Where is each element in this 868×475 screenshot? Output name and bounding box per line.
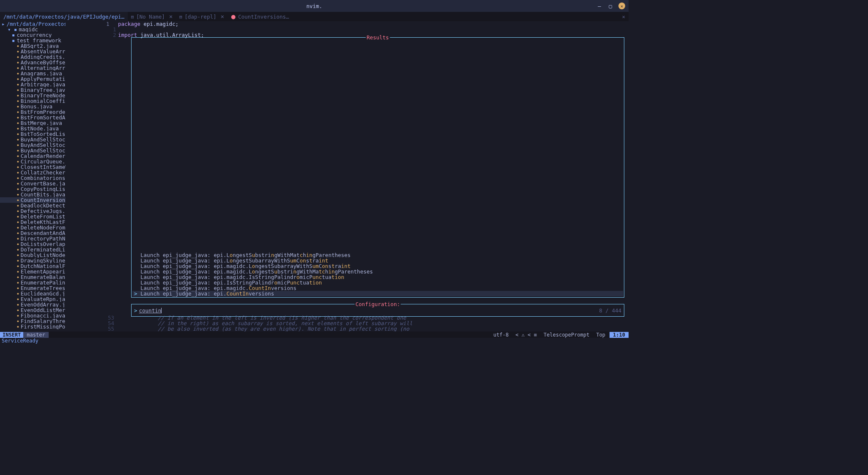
close-icon[interactable]: × — [220, 13, 224, 20]
tree-file[interactable]: ◆AlternatingArray.j — [0, 65, 66, 71]
titlebar: nvim. — ▢ ✕ — [0, 0, 629, 12]
tree-file[interactable]: ◆DescendantAndAnces — [0, 230, 66, 236]
tree-file[interactable]: ◆DoListsOverlap.jav — [0, 241, 66, 247]
result-item[interactable]: Launch epi_judge_java: epi.LongestSubarr… — [132, 258, 623, 263]
tree-root-label: /mnt/data/Proxectos/java/EPIJudge/epi — [7, 21, 66, 27]
java-file-icon: ◆ — [17, 307, 19, 313]
tree-file[interactable]: ◆ElementAppearingOn — [0, 269, 66, 274]
tree-file[interactable]: ◆DeleteFromList.jav — [0, 214, 66, 219]
tree-file[interactable]: ◆DoTerminatedListsO — [0, 247, 66, 252]
tree-file[interactable]: ◆EnumerateBalancedP — [0, 274, 66, 280]
tree-file[interactable]: ◆Arbitrage.java — [0, 82, 66, 87]
telescope-results[interactable]: Results Launch epi_judge_java: epi.Longe… — [131, 37, 624, 298]
tree-file[interactable]: ◆BinaryTreeNode.jav — [0, 93, 66, 98]
tree-file[interactable]: ◆Combinatorions.jav — [0, 175, 66, 181]
tree-file[interactable]: ◆DrawingSkyline.jav — [0, 258, 66, 263]
editor[interactable]: 1 1 2 package epi.magidc; import java.ut… — [66, 21, 629, 331]
tree-folder[interactable]: ▾ ▪ magidc — [0, 27, 66, 32]
tree-file[interactable]: ◆DutchNationalFlag. — [0, 263, 66, 269]
tree-file[interactable]: ◆EuclideanGcd.java — [0, 291, 66, 296]
tree-file[interactable]: ◆AdvanceByOffsets.j — [0, 60, 66, 65]
code-line: package epi.magidc; — [118, 21, 204, 27]
tree-file[interactable]: ◆AddingCredits.java — [0, 54, 66, 60]
tree-file[interactable]: ◆FirstMissingPositiveEntry.java — [0, 324, 66, 329]
tree-file[interactable]: ◆EvaluateRpn.java — [0, 296, 66, 302]
file-tree[interactable]: ▸ /mnt/data/Proxectos/java/EPIJudge/epi … — [0, 21, 66, 331]
tree-file[interactable]: ◆BstToSortedList.ja — [0, 131, 66, 137]
java-file-icon: ◆ — [17, 247, 19, 252]
file-name: BuyAndSellStock.ja — [21, 137, 66, 142]
tree-file[interactable]: ◆CalendarRendering. — [0, 153, 66, 159]
tree-file[interactable]: ◆Bonus.java — [0, 104, 66, 109]
close-icon[interactable]: ✕ — [618, 3, 625, 9]
results-title: Results — [366, 34, 390, 41]
tree-root[interactable]: ▸ /mnt/data/Proxectos/java/EPIJudge/epi — [0, 21, 66, 27]
result-item[interactable]: > Launch epi_judge_java: epi.CountInvers… — [132, 291, 623, 296]
tab-active[interactable]: /mnt/data/Proxectos/java/EPIJudge/epi… — [0, 12, 128, 21]
tree-file[interactable]: ◆CountInversions.ja — [0, 197, 66, 203]
result-item[interactable]: Launch epi_judge_java: epi.magidc.Longes… — [132, 269, 623, 274]
java-file-icon: ◆ — [17, 252, 19, 258]
tree-file[interactable]: ◆BstMerge.java — [0, 120, 66, 126]
java-file-icon: ◆ — [17, 76, 19, 82]
tab-overflow-close[interactable]: × — [622, 14, 629, 20]
tree-file[interactable]: ◆BstNode.java — [0, 126, 66, 131]
file-icon: ▤ — [131, 14, 134, 19]
close-icon[interactable]: × — [169, 13, 173, 20]
result-item[interactable]: Launch epi_judge_java: epi.LongestSubstr… — [132, 252, 623, 258]
tree-file[interactable]: ◆ABSqrt2.java — [0, 43, 66, 49]
file-name: ClosestIntSameWeig — [21, 164, 66, 170]
tab-countinv[interactable]: ⬤ CountInversions… — [228, 12, 292, 21]
tree-file[interactable]: ◆BinomialCoefficien — [0, 98, 66, 104]
tree-file[interactable]: ◆BuyAndSellStockKTi — [0, 142, 66, 148]
result-item[interactable]: Launch epi_judge_java: epi.magidc.CountI… — [132, 285, 623, 291]
tree-file[interactable]: ◆DirectoryPathNorma — [0, 236, 66, 241]
java-file-icon: ◆ — [17, 98, 19, 104]
tree-file[interactable]: ◆EvenOddArray.java — [0, 302, 66, 307]
result-item[interactable]: Launch epi_judge_java: epi.magidc.IsStri… — [132, 274, 623, 280]
java-file-icon: ◆ — [17, 54, 19, 60]
tree-file[interactable]: ◆Anagrams.java — [0, 71, 66, 76]
tree-folder[interactable]: ▪ concurrency — [0, 32, 66, 38]
tree-file[interactable]: ◆DeleteKthLastFromL — [0, 219, 66, 225]
tree-file[interactable]: ◆EnumeratePalindrom — [0, 280, 66, 285]
tree-file[interactable]: ◆BuyAndSellStockTwi — [0, 148, 66, 153]
tree-file[interactable]: ◆FindSalaryThreshold.java — [0, 318, 66, 324]
result-item[interactable]: Launch epi_judge_java: epi.magidc.Longes… — [132, 263, 623, 269]
tab-noname[interactable]: ▤ [No Name] × — [128, 12, 176, 21]
tree-file[interactable]: ◆BstFromPreorder.ja — [0, 109, 66, 115]
file-name: BinaryTreeNode.jav — [21, 93, 66, 98]
java-file-icon: ◆ — [17, 159, 19, 164]
file-name: FindSalaryThreshold.java — [21, 318, 66, 324]
tree-file[interactable]: ◆CircularQueue.java — [0, 159, 66, 164]
tree-folder[interactable]: ▪ test_framework — [0, 38, 66, 43]
minimize-icon[interactable]: — — [596, 3, 602, 9]
tree-file[interactable]: ◆EvenOddListMerge.j — [0, 307, 66, 313]
result-item[interactable]: Launch epi_judge_java: epi.IsStringPalin… — [132, 280, 623, 285]
tab-daprepl[interactable]: ▤ [dap-repl] × — [176, 12, 228, 21]
tree-file[interactable]: ◆DeleteNodeFromList — [0, 225, 66, 230]
tree-file[interactable]: ◆CollatzChecker.jav — [0, 170, 66, 175]
java-file-icon: ◆ — [17, 71, 19, 76]
tree-file[interactable]: ◆BinaryTree.java — [0, 87, 66, 93]
tree-file[interactable]: ◆CopyPostingList.ja — [0, 186, 66, 192]
prompt-input[interactable]: countin — [139, 307, 162, 314]
tree-file[interactable]: ◆BuyAndSellStock.ja — [0, 137, 66, 142]
tree-file[interactable]: ◆BstFromSortedArray — [0, 115, 66, 120]
file-name: DoublyListNode.jav — [21, 252, 66, 258]
tree-file[interactable]: ◆ClosestIntSameWeig — [0, 164, 66, 170]
tree-file[interactable]: ◆Fibonacci.java — [0, 313, 66, 318]
java-file-icon: ◆ — [17, 120, 19, 126]
tree-file[interactable]: ◆DoublyListNode.jav — [0, 252, 66, 258]
cursor-pos: 1:10 — [610, 332, 629, 338]
tree-file[interactable]: ◆ConvertBase.java — [0, 181, 66, 186]
tree-file[interactable]: ◆DeadlockDetection. — [0, 203, 66, 208]
tree-file[interactable]: ◆EnumerateTrees.jav — [0, 285, 66, 291]
tree-file[interactable]: ◆ApplyPermutation.j — [0, 76, 66, 82]
tree-file[interactable]: ◆DefectiveJugs.java — [0, 208, 66, 214]
tree-file[interactable]: ◆AbsentValueArray.j — [0, 49, 66, 54]
maximize-icon[interactable]: ▢ — [607, 3, 613, 9]
tab-label: CountInversions… — [238, 14, 289, 20]
file-name: BstFromPreorder.ja — [21, 109, 66, 115]
tree-file[interactable]: ◆CountBits.java — [0, 192, 66, 197]
